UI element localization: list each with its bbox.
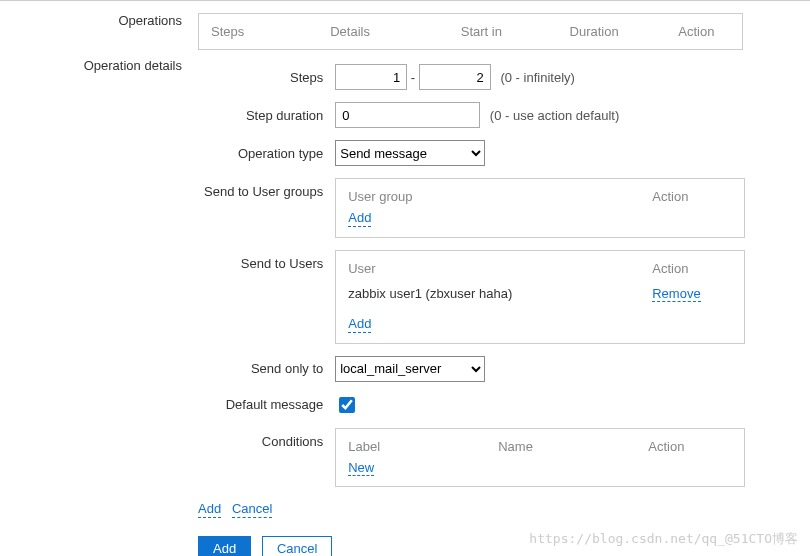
step-duration-hint: (0 - use action default) [484, 108, 619, 123]
operations-header-row: Steps Details Start in Duration Action [198, 13, 743, 50]
watermark-text: https://blog.csdn.net/qq_@51CTO博客 [529, 530, 798, 548]
ops-col-action: Action [666, 14, 742, 50]
step-duration-label: Step duration [198, 96, 329, 134]
steps-from-input[interactable] [335, 64, 407, 90]
user-groups-col-group: User group [348, 189, 652, 204]
send-only-to-label: Send only to [198, 350, 329, 388]
conditions-col-action: Action [648, 439, 732, 454]
users-add-link[interactable]: Add [348, 316, 371, 333]
add-button[interactable]: Add [198, 536, 251, 556]
operation-type-select[interactable]: Send message [335, 140, 485, 166]
user-groups-add-link[interactable]: Add [348, 210, 371, 227]
conditions-col-label: Label [348, 439, 498, 454]
operation-details-label: Operation details [0, 54, 190, 526]
ops-col-startin: Start in [449, 14, 558, 50]
ops-col-duration: Duration [558, 14, 667, 50]
users-box: User Action zabbix user1 (zbxuser haha) … [335, 250, 745, 344]
steps-label: Steps [198, 58, 329, 96]
user-groups-box: User group Action Add [335, 178, 745, 238]
default-message-label: Default message [198, 388, 329, 422]
user-groups-col-action: Action [652, 189, 732, 204]
operation-type-label: Operation type [198, 134, 329, 172]
steps-hint: (0 - infinitely) [494, 70, 574, 85]
operation-details-table: Steps - (0 - infinitely) Step duration (… [198, 58, 751, 493]
cancel-button[interactable]: Cancel [262, 536, 332, 556]
users-row: zabbix user1 (zbxuser haha) Remove [348, 282, 732, 307]
users-col-action: Action [652, 261, 732, 276]
conditions-new-link[interactable]: New [348, 460, 374, 477]
send-to-users-label: Send to Users [198, 244, 329, 350]
conditions-label: Conditions [198, 422, 329, 494]
ops-col-details: Details [318, 14, 449, 50]
operations-form: Operations Steps Details Start in Durati… [0, 9, 810, 556]
users-row-remove-link[interactable]: Remove [652, 286, 700, 303]
conditions-box: Label Name Action New [335, 428, 745, 488]
users-col-user: User [348, 261, 652, 276]
default-message-checkbox[interactable] [339, 397, 355, 413]
users-row-name: zabbix user1 (zbxuser haha) [348, 286, 652, 303]
step-duration-input[interactable] [335, 102, 480, 128]
conditions-col-name: Name [498, 439, 648, 454]
inner-add-link[interactable]: Add [198, 501, 221, 518]
ops-col-steps: Steps [199, 14, 319, 50]
steps-dash: - [411, 70, 415, 85]
send-to-user-groups-label: Send to User groups [198, 172, 329, 244]
inner-cancel-link[interactable]: Cancel [232, 501, 272, 518]
steps-to-input[interactable] [419, 64, 491, 90]
send-only-to-select[interactable]: local_mail_server [335, 356, 485, 382]
operations-label: Operations [0, 9, 190, 54]
